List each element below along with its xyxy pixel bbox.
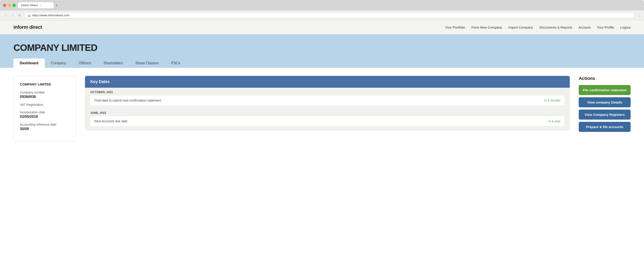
tab-bar: Inform Direct × + [18,2,641,8]
date-row-2: Next Accounts due date in a year [90,116,564,126]
tab-dashboard[interactable]: Dashboard [14,58,45,68]
date-desc-2: Next Accounts due date [94,119,128,123]
vat-label: VAT Registration [20,103,70,107]
address-bar[interactable]: 🔒 https://www.informdirect.com [24,12,635,18]
date-group-2-label: JUNE, 2022 [90,111,564,115]
company-tabs: Dashboard Company Officers Sharholders S… [14,58,630,68]
view-company-registers-btn[interactable]: View Company Registers [579,110,630,120]
nav-documents-reports[interactable]: Documents & Reports [539,25,572,29]
tl-yellow[interactable] [8,4,11,7]
company-number-label: Company number [20,91,70,94]
url-text: https://www.informdirect.com [32,14,69,17]
tab-officers[interactable]: Officers [72,58,97,68]
nav-your-profile[interactable]: Your Profile [597,25,614,29]
company-info-card: COMPANY LIMITED Company number 09384938 … [14,76,76,141]
file-confirmation-btn[interactable]: File confirmation statement [579,85,630,95]
browser-titlebar: Inform Direct × + [0,0,644,10]
incorporation-item: Incorporation date 02/05/2018 [20,111,70,119]
app-nav: Your Portfolio Form New Company Import C… [445,25,630,29]
tab-pscs[interactable]: PSCs [165,58,186,68]
tl-green[interactable] [12,4,16,7]
company-title: COMPANY LIMITED [14,42,630,53]
incorporation-label: Incorporation date [20,111,70,114]
nav-form-new-company[interactable]: Form New Company [471,25,502,29]
actions-section: Actions File confirmation statement View… [579,76,630,134]
tab-company[interactable]: Company [45,58,72,68]
card-company-name: COMPANY LIMITED [20,82,70,86]
view-company-details-btn[interactable]: View company Details [579,97,630,107]
nav-your-portfolio[interactable]: Your Portfolio [445,25,465,29]
date-group-2: JUNE, 2022 Next Accounts due date in a y… [85,109,570,130]
app-header: inform direct Your Portfolio Form New Co… [0,20,644,34]
reload-button[interactable]: ↻ [18,13,22,18]
company-number-value: 09384938 [20,95,70,99]
tab-share-classes[interactable]: Share Classes [129,58,165,68]
lock-icon: 🔒 [28,14,31,17]
vat-item: VAT Registration [20,103,70,107]
traffic-lights [3,4,16,7]
date-row-1: Final date to submit next confirmation s… [90,96,564,105]
date-group-1: OCTOBER, 2021 Final date to submit next … [85,88,570,109]
key-dates-header: Key Dates [85,76,570,88]
key-dates-section: Key Dates OCTOBER, 2021 Final date to su… [85,76,570,130]
tl-red[interactable] [3,4,6,7]
nav-account[interactable]: Account [578,25,590,29]
date-status-1: in 4 months [544,99,560,102]
main-content: COMPANY LIMITED Company number 09384938 … [0,68,644,149]
back-button[interactable]: ← [3,13,8,18]
browser-addressbar: ← → ↻ 🔒 https://www.informdirect.com ⋮ [0,10,644,20]
app-logo: inform direct [14,24,42,30]
nav-import-company[interactable]: Import Company [508,25,533,29]
new-tab-btn[interactable]: + [56,3,58,7]
key-dates-card: Key Dates OCTOBER, 2021 Final date to su… [85,76,570,130]
incorporation-value: 02/05/2018 [20,115,70,119]
tab-shareholders[interactable]: Sharholders [97,58,129,68]
browser-menu-icon[interactable]: ⋮ [637,13,641,17]
company-banner: COMPANY LIMITED Dashboard Company Office… [0,34,644,68]
tab-close-btn[interactable]: × [39,4,41,7]
accounting-ref-item: Accounting reference date 30/09 [20,123,70,131]
date-status-2: in a year [548,119,560,123]
nav-logout[interactable]: Logout [620,25,630,29]
forward-button[interactable]: → [10,13,15,18]
accounting-ref-label: Accounting reference date [20,123,70,126]
date-desc-1: Final date to submit next confirmation s… [94,99,161,102]
tab-title: Inform Direct [21,3,38,7]
browser-tab[interactable]: Inform Direct × [18,2,54,8]
company-number-item: Company number 09384938 [20,91,70,99]
prepare-file-accounts-btn[interactable]: Prepare & file accounts [579,122,630,132]
actions-title: Actions [579,76,630,81]
accounting-ref-value: 30/09 [20,127,70,131]
date-group-1-label: OCTOBER, 2021 [90,90,564,94]
